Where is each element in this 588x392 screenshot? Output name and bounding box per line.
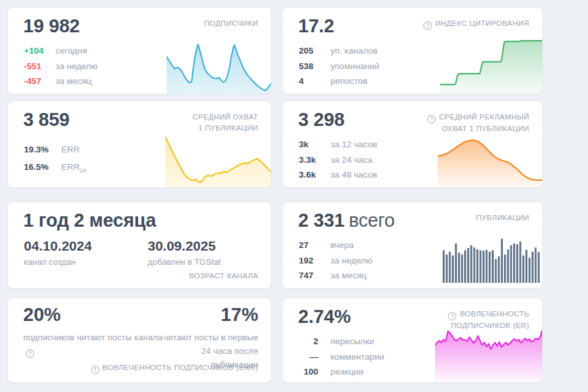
citation-stats: 205 уп. каналов 538 упоминаний 4 репосто… (299, 46, 380, 92)
er-chart (435, 323, 542, 382)
stat-value: 3.3k (299, 155, 330, 165)
avg-ad-reach-value: 3 298 (298, 109, 345, 130)
stat-label: ERR24 (61, 162, 86, 174)
created-date: 04.10.2024 (24, 238, 148, 254)
publications-chart (442, 236, 540, 283)
dashboard: 19 982 ПОДПИСЧИКИ +104 сегодня -551 за н… (0, 0, 588, 392)
card-subscribers: 19 982 ПОДПИСЧИКИ +104 сегодня -551 за н… (7, 7, 272, 94)
stat-label: за неделю (330, 256, 372, 265)
help-icon[interactable] (91, 366, 99, 374)
avg-ad-reach-header: СРЕДНИЙ РЕКЛАМНЫЙ ОХВАТ 1 ПУБЛИКАЦИИ (427, 112, 529, 134)
stat-value: 3k (299, 139, 330, 149)
row-4: 20% 17% подписчиков читают посты канала … (7, 298, 543, 383)
stat-label: пересылки (330, 336, 374, 346)
stat-label: за месяц (330, 271, 367, 280)
stat-row: 538 упоминаний (299, 61, 380, 71)
er-header-line2: ПОДПИСЧИКОВ (ER) (448, 320, 529, 331)
stat-value: 2 (299, 336, 318, 346)
publications-value: 2 331всего (298, 210, 394, 231)
avg-ad-reach-header-line2: ОХВАТ 1 ПУБЛИКАЦИИ (427, 123, 529, 134)
stat-label: сегодня (56, 46, 87, 56)
avg-reach-header-line1: СРЕДНИЙ ОХВАТ (192, 112, 258, 123)
stat-label: за 48 часов (330, 170, 377, 180)
avg-reach-value: 3 859 (23, 109, 70, 130)
er-value: 2.74% (298, 306, 350, 327)
stat-value: 538 (299, 61, 330, 71)
citation-index-header: ИНДЕКС ЦИТИРОВАНИЯ (423, 18, 529, 30)
help-icon[interactable] (423, 21, 432, 30)
err24-read-percent: 17% (221, 304, 258, 325)
stat-row: 3.3k за 24 часа (299, 155, 377, 165)
stat-value: 205 (299, 46, 330, 56)
subscribers-stats: +104 сегодня -551 за неделю -457 за меся… (24, 46, 97, 92)
err-read-percent: 20% (23, 304, 61, 325)
row-3: 1 год 2 месяца 04.10.2024 канал создан 3… (7, 201, 543, 289)
help-icon[interactable] (448, 312, 456, 320)
help-icon[interactable] (26, 349, 34, 358)
stat-label: за неделю (56, 61, 97, 71)
subscribers-header: ПОДПИСЧИКИ (204, 18, 258, 29)
stat-row: 16.5% ERR24 (24, 162, 86, 174)
stat-label: комментарии (330, 352, 384, 362)
card-channel-age: 1 год 2 месяца 04.10.2024 канал создан 3… (7, 201, 272, 289)
stat-row: 192 за неделю (299, 256, 372, 265)
avg-ad-reach-chart (438, 132, 542, 187)
avg-ad-reach-header-line1: СРЕДНИЙ РЕКЛАМНЫЙ (427, 112, 529, 123)
avg-reach-header: СРЕДНИЙ ОХВАТ 1 ПУБЛИКАЦИИ (192, 112, 258, 134)
subscribers-value: 19 982 (23, 15, 80, 37)
er-stats: 2 пересылки — комментарии 100 реакции (299, 336, 384, 382)
card-avg-reach: 3 859 СРЕДНИЙ ОХВАТ 1 ПУБЛИКАЦИИ 19.3% E… (7, 101, 272, 188)
stat-value: -457 (24, 76, 56, 86)
stat-value: +104 (24, 46, 56, 56)
avg-ad-reach-stats: 3k за 12 часов 3.3k за 24 часа 3.6k за 4… (299, 139, 377, 185)
card-err: 20% 17% подписчиков читают посты канала … (7, 298, 272, 383)
added-date-block: 30.09.2025 добавлен в TGStat (148, 238, 272, 267)
err-footer: ВОВЛЕЧЕННОСТЬ ПОДПИСЧИКОВ (ERR) (91, 364, 258, 374)
stat-label: ERR (61, 145, 80, 154)
citation-index-header-label: ИНДЕКС ЦИТИРОВАНИЯ (435, 19, 529, 27)
card-avg-ad-reach: 3 298 СРЕДНИЙ РЕКЛАМНЫЙ ОХВАТ 1 ПУБЛИКАЦ… (282, 101, 543, 188)
card-citation-index: 17.2 ИНДЕКС ЦИТИРОВАНИЯ 205 уп. каналов … (282, 7, 543, 94)
publications-value-suffix: всего (349, 210, 395, 231)
stat-value: 16.5% (24, 162, 61, 172)
stat-row: 3k за 12 часов (299, 139, 377, 149)
created-date-block: 04.10.2024 канал создан (24, 238, 148, 267)
stat-label: за месяц (56, 76, 92, 86)
stat-row: 747 за месяц (299, 271, 372, 280)
stat-value: — (299, 352, 318, 362)
citation-index-value: 17.2 (298, 15, 334, 37)
err-read-label: подписчиков читают посты канала (23, 331, 165, 358)
stat-value: -551 (24, 61, 56, 71)
stat-row: 100 реакции (299, 367, 384, 377)
channel-age-footer: ВОЗРАСТ КАНАЛА (189, 272, 258, 280)
stat-row: 19.3% ERR (24, 145, 86, 154)
stat-label: репостов (330, 76, 367, 86)
stats-grid: 19 982 ПОДПИСЧИКИ +104 сегодня -551 за н… (7, 7, 543, 383)
er-header: ВОВЛЕЧЕННОСТЬ ПОДПИСЧИКОВ (ER) (448, 309, 529, 331)
stat-label: за 24 часа (330, 155, 372, 165)
help-icon[interactable] (427, 115, 436, 123)
stat-value: 100 (299, 367, 318, 377)
row-1: 19 982 ПОДПИСЧИКИ +104 сегодня -551 за н… (7, 7, 543, 94)
stat-value: 4 (299, 76, 330, 86)
stat-row: +104 сегодня (24, 46, 97, 56)
stat-row: — комментарии (299, 352, 384, 362)
stat-label: за 12 часов (330, 139, 377, 149)
stat-label: уп. каналов (330, 46, 378, 56)
publications-header: ПУБЛИКАЦИИ (476, 212, 529, 223)
stat-label: вчера (330, 240, 354, 250)
card-publications: 2 331всего ПУБЛИКАЦИИ 27 вчера 192 за не… (282, 201, 543, 289)
avg-reach-chart (165, 132, 271, 187)
card-er: 2.74% ВОВЛЕЧЕННОСТЬ ПОДПИСЧИКОВ (ER) 2 п… (282, 298, 543, 383)
added-date-label: добавлен в TGStat (148, 257, 272, 267)
citation-index-chart (440, 37, 542, 94)
added-date: 30.09.2025 (148, 238, 272, 254)
stat-row: -551 за неделю (24, 61, 97, 71)
stat-label: реакции (330, 367, 363, 377)
stat-label: упоминаний (330, 61, 380, 71)
stat-value: 27 (299, 240, 330, 250)
stat-row: 4 репостов (299, 76, 380, 86)
stat-row: -457 за месяц (24, 76, 97, 86)
subscribers-chart (167, 42, 271, 94)
stat-row: 3.6k за 48 часов (299, 170, 377, 180)
